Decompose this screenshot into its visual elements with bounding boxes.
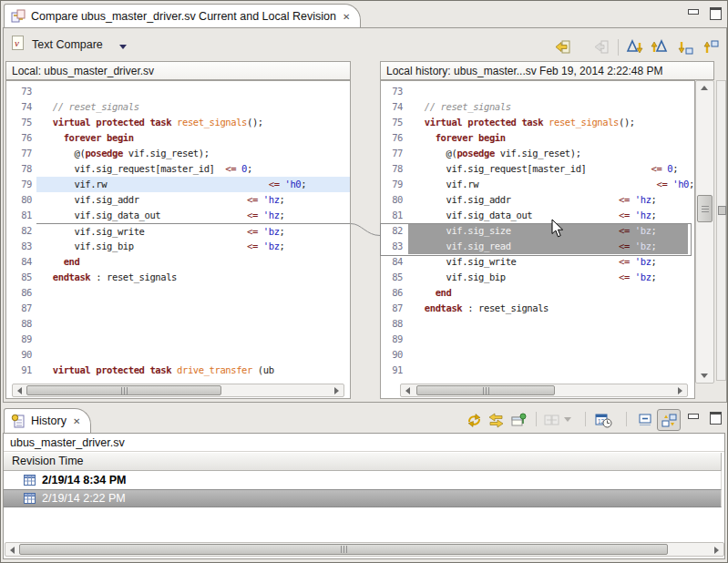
- line-number: 78: [381, 161, 408, 177]
- code-line: 74 // reset_signals: [6, 99, 350, 115]
- right-vertical-scrollbar[interactable]: [695, 80, 714, 384]
- copy-all-left-icon: [554, 38, 572, 56]
- tab-history-view[interactable]: History ✕: [4, 408, 91, 433]
- line-number: 75: [381, 115, 408, 130]
- code-line: 88: [6, 316, 350, 332]
- next-change-button[interactable]: [675, 37, 695, 57]
- left-code-lines: 7374 // reset_signals75 virtual protecte…: [6, 84, 350, 378]
- maximize-icon: [710, 412, 722, 425]
- code-line: 87 endtask : reset_signals: [381, 301, 694, 316]
- revision-time: 2/19/14 8:34 PM: [42, 474, 126, 486]
- maximize-button[interactable]: [708, 7, 723, 20]
- eclipse-window: Compare ubus_master_driver.sv Current an…: [0, 0, 728, 563]
- copy-all-right-to-left-button[interactable]: [553, 37, 573, 57]
- scroll-up-icon[interactable]: [701, 86, 708, 90]
- code-line: 86 end: [381, 285, 694, 301]
- line-number: 79: [381, 177, 408, 192]
- svg-text:v: v: [15, 37, 19, 48]
- line-number: 85: [381, 270, 408, 285]
- scroll-left-icon[interactable]: [17, 387, 22, 394]
- line-number: 80: [381, 192, 408, 208]
- history-file-label: ubus_master_driver.sv: [4, 435, 724, 452]
- right-code-lines: 7374 // reset_signals75 virtual protecte…: [381, 84, 694, 378]
- line-number: 85: [6, 270, 36, 285]
- left-code-pane[interactable]: 7374 // reset_signals75 virtual protecte…: [5, 80, 351, 399]
- revision-row[interactable]: 2/19/14 8:34 PM: [4, 471, 722, 489]
- scroll-left-icon[interactable]: [405, 387, 410, 394]
- close-icon[interactable]: ✕: [342, 12, 351, 22]
- compare-tab-title: Compare ubus_master_driver.sv Current an…: [31, 10, 336, 23]
- previous-change-button[interactable]: [701, 37, 721, 57]
- line-number: 89: [6, 332, 36, 347]
- code-line: 73: [6, 84, 350, 99]
- link-with-editor-button[interactable]: [486, 410, 506, 430]
- line-number: 83: [381, 239, 408, 254]
- code-line: 78 vif.sig_request[master_id] <= 0;: [6, 161, 350, 177]
- scroll-down-icon[interactable]: [701, 374, 708, 378]
- minimize-button[interactable]: [686, 7, 701, 20]
- line-number: 88: [381, 316, 408, 332]
- history-tab-title: History: [31, 415, 67, 427]
- previous-difference-button[interactable]: [650, 37, 670, 57]
- scroll-right-icon[interactable]: [678, 387, 682, 394]
- compare-mode-toggle[interactable]: [657, 409, 681, 431]
- line-number: 81: [6, 208, 36, 223]
- pin-view-button[interactable]: [508, 410, 528, 430]
- diff-marker[interactable]: [718, 206, 726, 215]
- code-line: 74 // reset_signals: [381, 99, 694, 115]
- scroll-left-icon[interactable]: [10, 547, 15, 554]
- maximize-button[interactable]: [708, 412, 723, 425]
- next-difference-button[interactable]: [624, 37, 644, 57]
- scrollbar-thumb[interactable]: [19, 544, 668, 555]
- code-line: 81 vif.sig_data_out <= 'hz;: [381, 208, 694, 223]
- history-horizontal-scrollbar[interactable]: [5, 542, 724, 557]
- code-line: 83 vif.sig_bip <= 'bz;: [6, 239, 350, 254]
- text-compare-icon: v: [11, 35, 25, 51]
- line-number: 89: [381, 332, 408, 347]
- scroll-right-icon[interactable]: [714, 547, 719, 554]
- copy-current-left-icon: [592, 38, 610, 56]
- overview-ruler[interactable]: [716, 80, 726, 381]
- line-number: 87: [6, 301, 36, 316]
- tab-compare-editor[interactable]: Compare ubus_master_driver.sv Current an…: [4, 4, 361, 28]
- left-horizontal-scrollbar[interactable]: [12, 384, 344, 397]
- copy-current-right-to-left-button[interactable]: [591, 37, 611, 57]
- revision-time-column-header[interactable]: Revision Time: [4, 453, 722, 471]
- refresh-button[interactable]: [464, 410, 484, 430]
- code-line: 88: [381, 316, 694, 332]
- code-line: 84 end: [6, 254, 350, 270]
- collapse-all-button[interactable]: [635, 410, 655, 430]
- code-line: 76 forever begin: [381, 130, 694, 146]
- group-by-date-button[interactable]: 12: [593, 410, 613, 430]
- code-line: 79 vif.rw <= 'h0;: [381, 177, 694, 192]
- code-line: 80 vif.sig_addr <= 'hz;: [381, 192, 694, 208]
- line-number: 83: [6, 239, 36, 254]
- revision-row[interactable]: 2/19/14 2:22 PM: [4, 489, 722, 507]
- scrollbar-thumb[interactable]: [416, 385, 555, 395]
- line-number: 84: [381, 254, 408, 270]
- close-icon[interactable]: ✕: [72, 416, 81, 426]
- code-line: 79 vif.rw <= 'h0;: [6, 177, 350, 192]
- right-code-pane[interactable]: 7374 // reset_signals75 virtual protecte…: [380, 80, 695, 399]
- code-line: 73: [381, 84, 694, 99]
- minimize-button[interactable]: [686, 412, 701, 425]
- line-number: 82: [381, 223, 408, 239]
- scrollbar-thumb[interactable]: [697, 195, 713, 222]
- line-number: 78: [6, 161, 36, 177]
- compare-with-each-other-button-disabled: [542, 410, 560, 430]
- code-line: 89: [381, 332, 694, 347]
- refresh-icon: [466, 412, 483, 429]
- scroll-right-icon[interactable]: [334, 387, 339, 394]
- line-number: 79: [6, 177, 36, 192]
- line-number: 76: [6, 130, 36, 146]
- line-number: 91: [6, 363, 36, 378]
- scrollbar-thumb[interactable]: [26, 385, 221, 395]
- line-number: 81: [381, 208, 408, 223]
- right-horizontal-scrollbar[interactable]: [400, 384, 688, 397]
- compare-mode-dropdown[interactable]: [119, 45, 127, 49]
- compare-mode-icon: [661, 412, 678, 429]
- revision-time: 2/19/14 2:22 PM: [42, 492, 126, 505]
- maximize-icon: [710, 7, 722, 20]
- code-line: 90: [381, 347, 694, 363]
- code-line: 75 virtual protected task reset_signals(…: [6, 115, 350, 130]
